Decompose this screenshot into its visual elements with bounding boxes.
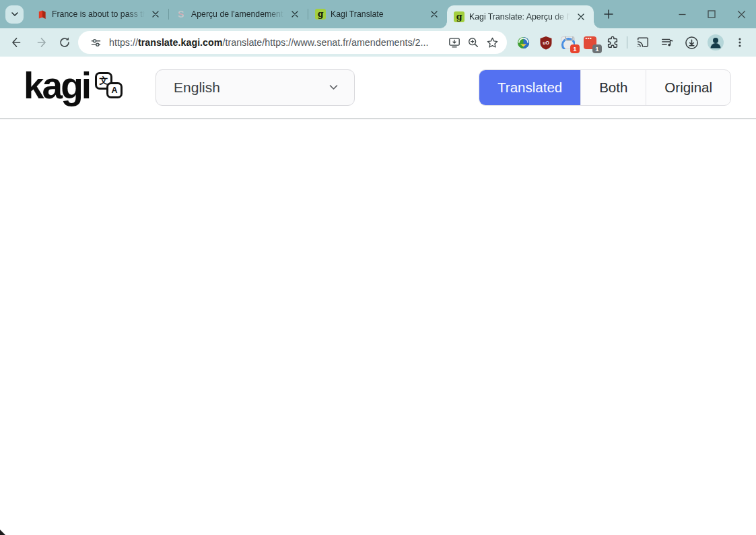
tab-title: Aperçu de l'amendement	[191, 9, 284, 19]
senat-favicon: S	[176, 9, 186, 20]
site-settings-icon[interactable]	[86, 33, 105, 52]
close-tab-icon[interactable]	[289, 8, 301, 20]
view-translated-button[interactable]: Translated	[479, 70, 580, 105]
red-book-favicon	[36, 9, 47, 20]
cast-button[interactable]	[631, 30, 655, 55]
playlist-music-icon	[660, 36, 674, 49]
corner-artifact	[0, 530, 5, 535]
view-both-button[interactable]: Both	[580, 70, 646, 105]
tab-search-button[interactable]	[5, 5, 24, 24]
kagi-favicon: g	[315, 9, 326, 20]
tab-title: France is about to pass the	[52, 9, 145, 19]
svg-text:uO: uO	[543, 40, 549, 44]
zoom-icon[interactable]	[464, 33, 483, 52]
install-app-icon[interactable]	[445, 33, 464, 52]
toolbar-separator	[627, 36, 627, 49]
extension-badge: 1	[570, 44, 580, 53]
new-tab-button[interactable]	[599, 5, 618, 24]
close-window-button[interactable]	[726, 0, 756, 28]
reload-button[interactable]	[53, 30, 77, 55]
avatar-icon	[707, 34, 724, 51]
minimize-icon	[678, 10, 687, 19]
kebab-menu-icon	[734, 37, 745, 48]
back-button[interactable]	[4, 30, 28, 55]
url-scheme: https://	[109, 37, 138, 48]
downloads-button[interactable]	[679, 30, 703, 55]
extensions-puzzle-icon[interactable]	[601, 31, 623, 54]
download-icon	[685, 36, 699, 50]
selected-language: English	[174, 80, 220, 96]
idm-extension-icon[interactable]	[512, 31, 535, 54]
address-bar[interactable]: https://translate.kagi.com/translate/htt…	[78, 31, 507, 54]
browser-menu-button[interactable]	[728, 30, 752, 55]
close-tab-icon[interactable]	[149, 8, 162, 20]
tab-title: Kagi Translate	[331, 9, 423, 19]
cast-icon	[636, 36, 650, 49]
kagi-logo[interactable]: kagi 文 A	[24, 71, 123, 104]
kagi-translate-header: kagi 文 A English Translated Both Origina…	[0, 57, 756, 119]
extension-blue-lens-icon[interactable]: 1	[557, 31, 579, 54]
tab-title: Kagi Translate: Aperçu de l'a	[469, 12, 570, 22]
chevron-down-icon	[11, 10, 19, 18]
tab-strip: France is about to pass the S Aperçu de …	[0, 0, 756, 28]
tab-kagi-translate-active[interactable]: g Kagi Translate: Aperçu de l'a	[447, 5, 594, 28]
profile-avatar[interactable]	[703, 30, 728, 55]
window-controls	[667, 0, 756, 28]
url-text[interactable]: https://translate.kagi.com/translate/htt…	[109, 37, 441, 48]
url-domain: translate.kagi.com	[138, 37, 223, 48]
ublock-origin-icon[interactable]: uO	[535, 31, 557, 54]
browser-toolbar: https://translate.kagi.com/translate/htt…	[0, 28, 756, 57]
bookmark-star-icon[interactable]	[483, 33, 502, 52]
minimize-button[interactable]	[667, 0, 697, 28]
url-path: /translate/https://www.senat.fr/amendeme…	[222, 37, 428, 48]
translated-content-area	[0, 119, 756, 535]
target-language-select[interactable]: English	[156, 69, 355, 106]
close-tab-icon[interactable]	[575, 11, 587, 23]
chevron-down-icon	[328, 82, 339, 93]
view-original-button[interactable]: Original	[646, 70, 730, 105]
tab-senat-amendement[interactable]: S Aperçu de l'amendement	[169, 0, 308, 28]
extension-badge: 1	[592, 44, 602, 53]
forward-button[interactable]	[28, 30, 53, 55]
view-mode-toggle: Translated Both Original	[479, 69, 731, 106]
close-icon	[737, 10, 746, 19]
kagi-favicon: g	[454, 11, 465, 22]
forward-icon	[34, 36, 46, 49]
close-tab-icon[interactable]	[428, 8, 440, 20]
maximize-icon	[708, 10, 716, 18]
maximize-button[interactable]	[697, 0, 726, 28]
browser-window: France is about to pass the S Aperçu de …	[0, 0, 756, 535]
tab-france-article[interactable]: France is about to pass the	[30, 0, 168, 28]
plus-icon	[604, 9, 613, 19]
kagi-wordmark: kagi	[24, 71, 90, 101]
page-viewport: kagi 文 A English Translated Both Origina…	[0, 57, 756, 535]
extension-red-tile-icon[interactable]: 1	[579, 31, 601, 54]
back-icon	[10, 36, 22, 49]
tab-kagi-translate[interactable]: g Kagi Translate	[308, 0, 447, 28]
translate-glyph-icon: 文 A	[95, 72, 123, 104]
reload-icon	[59, 36, 71, 49]
media-controls-button[interactable]	[655, 30, 679, 55]
